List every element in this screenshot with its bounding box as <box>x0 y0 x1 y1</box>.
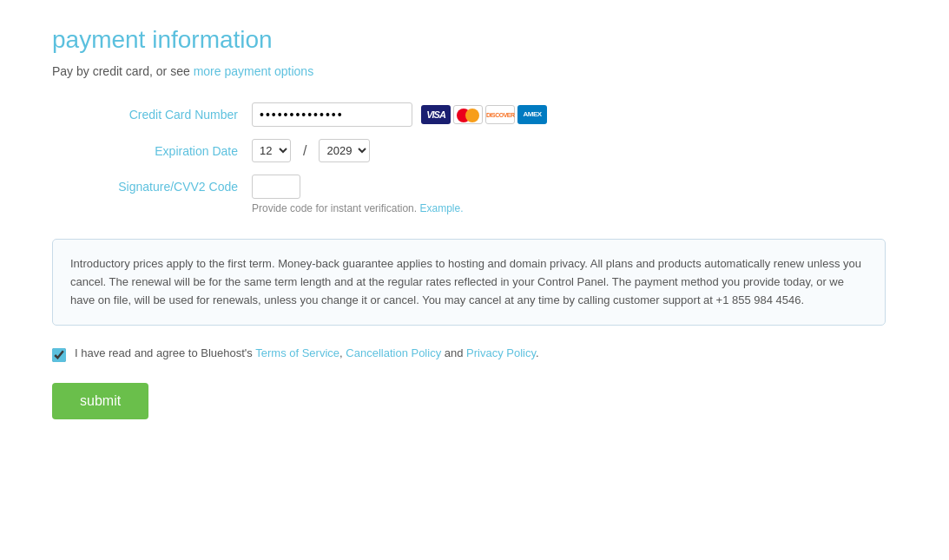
mastercard-icon <box>453 105 483 124</box>
agreement-and: and <box>445 346 466 359</box>
cc-icons: VISA DISCOVER AMEX <box>421 105 547 124</box>
cc-number-row: Credit Card Number VISA DISCOVER AMEX <box>52 102 897 127</box>
cvv-control: Provide code for instant verification. E… <box>252 175 463 214</box>
subtitle: Pay by credit card, or see more payment … <box>52 64 897 78</box>
agreement-text: I have read and agree to Bluehost's Term… <box>75 346 539 359</box>
cvv-hint-text: Provide code for instant verification. <box>252 202 417 214</box>
expiration-row: Expiration Date 01 02 03 04 05 06 07 08 … <box>52 139 897 162</box>
expiration-label: Expiration Date <box>52 144 252 158</box>
cvv-input[interactable] <box>252 175 300 199</box>
notice-box: Introductory prices apply to the first t… <box>52 239 886 326</box>
cancellation-link[interactable]: Cancellation Policy <box>346 346 441 359</box>
page-title: payment information <box>52 26 897 54</box>
expiry-separator: / <box>303 143 306 159</box>
agreement-comma: , <box>339 346 343 359</box>
more-payment-link[interactable]: more payment options <box>194 64 314 78</box>
expiration-control: 01 02 03 04 05 06 07 08 09 10 11 12 / 20… <box>252 139 370 162</box>
expiration-month-select[interactable]: 01 02 03 04 05 06 07 08 09 10 11 12 <box>252 139 291 162</box>
cc-number-control: VISA DISCOVER AMEX <box>252 102 547 127</box>
agreement-row: I have read and agree to Bluehost's Term… <box>52 346 897 362</box>
cc-number-input[interactable] <box>252 102 412 127</box>
amex-icon: AMEX <box>517 105 547 124</box>
discover-icon: DISCOVER <box>485 105 515 124</box>
expiration-year-select[interactable]: 2024 2025 2026 2027 2028 2029 2030 2031 … <box>319 139 370 162</box>
cvv-example-link[interactable]: Example. <box>419 202 463 214</box>
cvv-label: Signature/CVV2 Code <box>52 175 252 194</box>
payment-form: Credit Card Number VISA DISCOVER AMEX Ex… <box>52 102 897 214</box>
cc-number-label: Credit Card Number <box>52 108 252 122</box>
subtitle-text: Pay by credit card, or see <box>52 64 190 78</box>
cvv-hint: Provide code for instant verification. E… <box>252 202 463 214</box>
visa-icon: VISA <box>421 105 451 124</box>
submit-button[interactable]: submit <box>52 383 148 419</box>
agreement-checkbox[interactable] <box>52 348 66 362</box>
terms-link[interactable]: Terms of Service <box>255 346 339 359</box>
privacy-link[interactable]: Privacy Policy <box>466 346 536 359</box>
notice-text: Introductory prices apply to the first t… <box>70 255 867 309</box>
cvv-row: Signature/CVV2 Code Provide code for ins… <box>52 175 897 214</box>
agreement-before: I have read and agree to Bluehost's <box>75 346 253 359</box>
agreement-period: . <box>536 346 539 359</box>
